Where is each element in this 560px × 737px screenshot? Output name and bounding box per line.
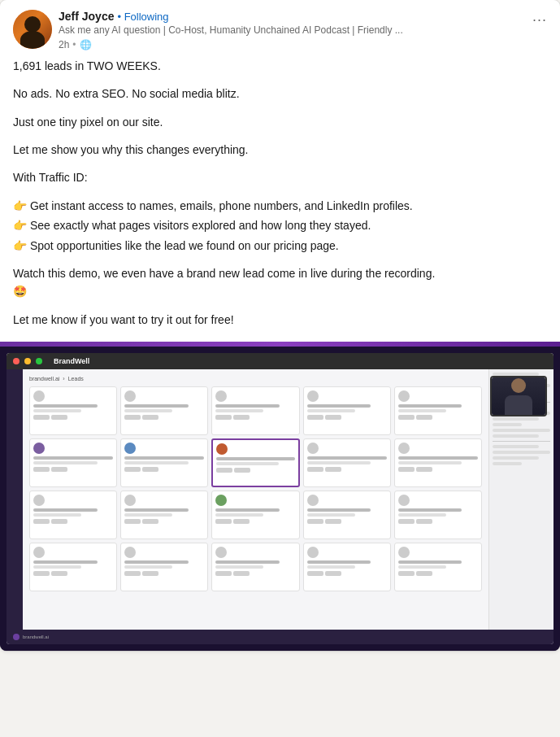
screen-nav: brandwell.ai › Leads xyxy=(29,376,482,382)
bottom-bar-dot xyxy=(13,634,20,640)
header-info: Jeff Joyce • Following Ask me any AI que… xyxy=(59,10,547,50)
bullet-item-3: 👉 Spot opportunities like the lead we fo… xyxy=(13,237,547,255)
paragraph-3: Just one tiny pixel on our site. xyxy=(13,113,547,131)
lead-avatar xyxy=(215,547,227,558)
lead-avatar xyxy=(398,443,410,454)
lead-card xyxy=(211,438,299,487)
webcam-silhouette xyxy=(502,378,535,415)
minimize-dot xyxy=(24,358,31,364)
lead-card xyxy=(394,386,482,435)
webcam-body xyxy=(505,395,532,415)
lead-avatar xyxy=(398,390,410,402)
lead-avatar xyxy=(215,390,227,402)
lead-avatar xyxy=(33,390,45,402)
lead-avatar xyxy=(307,443,319,454)
globe-icon: 🌐 xyxy=(80,39,92,50)
lead-card xyxy=(211,491,299,539)
author-name[interactable]: Jeff Joyce xyxy=(59,10,114,23)
lead-card xyxy=(120,543,208,591)
lead-card xyxy=(29,438,117,487)
lead-avatar xyxy=(215,495,227,506)
media-container[interactable]: BrandWell brandwell.ai › Leads xyxy=(0,342,560,651)
post-text: 1,691 leads in TWO WEEKS. No ads. No ext… xyxy=(13,57,547,329)
lead-card xyxy=(394,438,482,487)
lead-avatar xyxy=(398,547,410,558)
post-meta: 2h • 🌐 xyxy=(59,39,547,50)
post-content: 1,691 leads in TWO WEEKS. No ads. No ext… xyxy=(0,57,560,335)
screen-topbar: BrandWell xyxy=(7,353,553,369)
with-traffic-id: With Traffic ID: xyxy=(13,168,547,186)
lead-card xyxy=(303,386,391,435)
lead-avatar xyxy=(124,443,136,454)
leads-grid xyxy=(29,386,482,591)
lead-card xyxy=(303,438,391,487)
lead-card xyxy=(303,491,391,539)
bullet-item-1: 👉 Get instant access to names, emails, p… xyxy=(13,197,547,215)
following-badge[interactable]: • Following xyxy=(117,11,168,23)
lead-avatar xyxy=(307,547,319,558)
bottom-bar-text: brandwell.ai xyxy=(23,635,49,639)
webcam-head xyxy=(511,378,526,393)
post-header: Jeff Joyce • Following Ask me any AI que… xyxy=(0,0,560,57)
paragraph-1: 1,691 leads in TWO WEEKS. xyxy=(13,57,547,75)
screen-nav-url: brandwell.ai xyxy=(29,376,59,382)
screen-inner: BrandWell brandwell.ai › Leads xyxy=(7,353,553,644)
screen-nav-sep: › xyxy=(63,376,64,382)
lead-avatar xyxy=(33,495,45,506)
post-card: Jeff Joyce • Following Ask me any AI que… xyxy=(0,0,560,651)
paragraph-6: Let me know if you want to try it out fo… xyxy=(13,311,547,329)
bullet-list: 👉 Get instant access to names, emails, p… xyxy=(13,197,547,255)
lead-avatar xyxy=(33,443,45,454)
time-dot-sep: • xyxy=(72,39,76,50)
lead-card xyxy=(120,438,208,487)
webcam-overlay xyxy=(490,376,547,416)
lead-card xyxy=(394,491,482,539)
bullet-item-2: 👉 See exactly what pages visitors explor… xyxy=(13,216,547,234)
lead-card xyxy=(120,491,208,539)
screen-sidebar xyxy=(7,369,23,630)
name-row: Jeff Joyce • Following xyxy=(59,10,547,23)
lead-avatar xyxy=(124,390,136,402)
lead-card xyxy=(211,543,299,591)
avatar[interactable] xyxy=(13,10,52,49)
demo-emoji: 🤩 xyxy=(13,285,27,298)
paragraph-2: No ads. No extra SEO. No social media bl… xyxy=(13,85,547,102)
screen-content: brandwell.ai › Leads xyxy=(7,369,553,630)
more-options-button[interactable]: ··· xyxy=(532,11,547,28)
lead-card xyxy=(29,491,117,539)
lead-card xyxy=(211,386,299,435)
close-dot xyxy=(13,358,20,364)
author-bio: Ask me any AI question | Co-Host, Humani… xyxy=(59,24,465,37)
lead-card xyxy=(394,543,482,591)
webcam-person xyxy=(492,377,545,415)
brandwell-screen: BrandWell brandwell.ai › Leads xyxy=(0,347,560,651)
lead-card xyxy=(29,543,117,591)
paragraph-5: Watch this demo, we even have a brand ne… xyxy=(13,264,547,301)
maximize-dot xyxy=(36,358,42,364)
lead-avatar xyxy=(216,443,228,455)
lead-avatar xyxy=(307,495,319,506)
paragraph-4: Let me show you why this changes everyth… xyxy=(13,141,547,159)
lead-avatar xyxy=(307,390,319,402)
screen-nav-leads: Leads xyxy=(68,376,84,382)
brandwell-logo: BrandWell xyxy=(54,357,89,365)
screen-main: brandwell.ai › Leads xyxy=(23,369,488,630)
lead-avatar xyxy=(398,495,410,506)
lead-avatar xyxy=(124,547,136,558)
post-time: 2h xyxy=(59,39,69,50)
lead-avatar xyxy=(33,547,45,558)
lead-card xyxy=(29,386,117,435)
screen-bottom-bar: brandwell.ai xyxy=(7,630,553,644)
lead-avatar xyxy=(124,495,136,506)
lead-card xyxy=(120,386,208,435)
lead-card xyxy=(303,543,391,591)
